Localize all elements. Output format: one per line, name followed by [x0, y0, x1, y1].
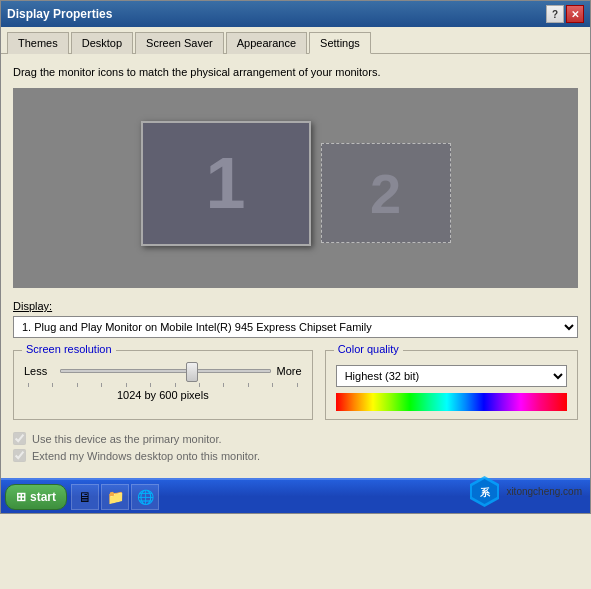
monitor-2-number: 2 — [370, 161, 401, 226]
tab-themes[interactable]: Themes — [7, 32, 69, 54]
primary-monitor-checkbox[interactable] — [13, 432, 26, 445]
help-button[interactable]: ? — [546, 5, 564, 23]
monitor-1[interactable]: 1 — [141, 121, 311, 246]
taskbar-icon-3: 🌐 — [137, 489, 154, 505]
color-quality-select[interactable]: Highest (32 bit) — [336, 365, 567, 387]
color-quality-group: Color quality Highest (32 bit) — [325, 350, 578, 420]
display-properties-window: Display Properties ? ✕ Themes Desktop Sc… — [0, 0, 591, 514]
tick — [272, 383, 273, 387]
bottom-row: Screen resolution Less More — [13, 350, 578, 420]
tick — [150, 383, 151, 387]
slider-thumb[interactable] — [186, 362, 198, 382]
tick — [175, 383, 176, 387]
tab-desktop[interactable]: Desktop — [71, 32, 133, 54]
tick — [28, 383, 29, 387]
taskbar-item-1[interactable]: 🖥 — [71, 484, 99, 510]
monitor-1-number: 1 — [205, 142, 245, 224]
extend-desktop-checkbox[interactable] — [13, 449, 26, 462]
monitor-area: 1 2 — [13, 88, 578, 288]
checkbox-primary-monitor: Use this device as the primary monitor. — [13, 432, 578, 445]
monitor-1-container[interactable]: 1 — [141, 131, 311, 246]
tabs-bar: Themes Desktop Screen Saver Appearance S… — [1, 27, 590, 54]
color-quality-legend: Color quality — [334, 343, 403, 355]
tick — [248, 383, 249, 387]
display-select[interactable]: 1. Plug and Play Monitor on Mobile Intel… — [13, 316, 578, 338]
close-button[interactable]: ✕ — [566, 5, 584, 23]
tick — [199, 383, 200, 387]
less-label: Less — [24, 365, 54, 377]
primary-monitor-label: Use this device as the primary monitor. — [32, 433, 222, 445]
window-title: Display Properties — [7, 7, 112, 21]
slider-row: Less More — [24, 365, 302, 377]
tick — [126, 383, 127, 387]
tab-settings[interactable]: Settings — [309, 32, 371, 54]
taskbar-items: 🖥 📁 🌐 — [71, 484, 159, 510]
slider-track[interactable] — [60, 369, 271, 373]
tick — [101, 383, 102, 387]
tab-screen-saver[interactable]: Screen Saver — [135, 32, 224, 54]
taskbar-icon-2: 📁 — [107, 489, 124, 505]
tick — [223, 383, 224, 387]
start-button[interactable]: ⊞ start — [5, 484, 67, 510]
slider-ticks — [24, 383, 302, 387]
tick — [297, 383, 298, 387]
screen-resolution-legend: Screen resolution — [22, 343, 116, 355]
display-select-row: 1. Plug and Play Monitor on Mobile Intel… — [13, 316, 578, 338]
watermark-logo-icon: 系 — [467, 474, 502, 509]
checkbox-extend-desktop: Extend my Windows desktop onto this moni… — [13, 449, 578, 462]
color-select-wrap: Highest (32 bit) — [336, 365, 567, 387]
taskbar-item-3[interactable]: 🌐 — [131, 484, 159, 510]
taskbar-icon-1: 🖥 — [78, 489, 92, 505]
description-text: Drag the monitor icons to match the phys… — [13, 66, 578, 78]
display-label: Display: — [13, 300, 578, 312]
tab-appearance[interactable]: Appearance — [226, 32, 307, 54]
watermark-text: xitongcheng.com — [506, 486, 582, 497]
screen-resolution-group: Screen resolution Less More — [13, 350, 313, 420]
more-label: More — [277, 365, 302, 377]
color-bar — [336, 393, 567, 411]
monitor-2-container[interactable]: 2 — [321, 133, 451, 243]
tick — [77, 383, 78, 387]
tick — [52, 383, 53, 387]
display-label-text: Display: — [13, 300, 52, 312]
watermark: 系 xitongcheng.com — [459, 470, 590, 513]
resolution-text: 1024 by 600 pixels — [24, 389, 302, 401]
start-label: start — [30, 490, 56, 504]
settings-content: Drag the monitor icons to match the phys… — [1, 54, 590, 478]
bottom-area: ⊞ start 🖥 📁 🌐 — [1, 478, 590, 513]
svg-text:系: 系 — [480, 487, 491, 498]
taskbar-item-2[interactable]: 📁 — [101, 484, 129, 510]
title-bar-buttons: ? ✕ — [546, 5, 584, 23]
windows-logo-icon: ⊞ — [16, 490, 26, 504]
title-bar: Display Properties ? ✕ — [1, 1, 590, 27]
extend-desktop-label: Extend my Windows desktop onto this moni… — [32, 450, 260, 462]
monitor-2[interactable]: 2 — [321, 143, 451, 243]
